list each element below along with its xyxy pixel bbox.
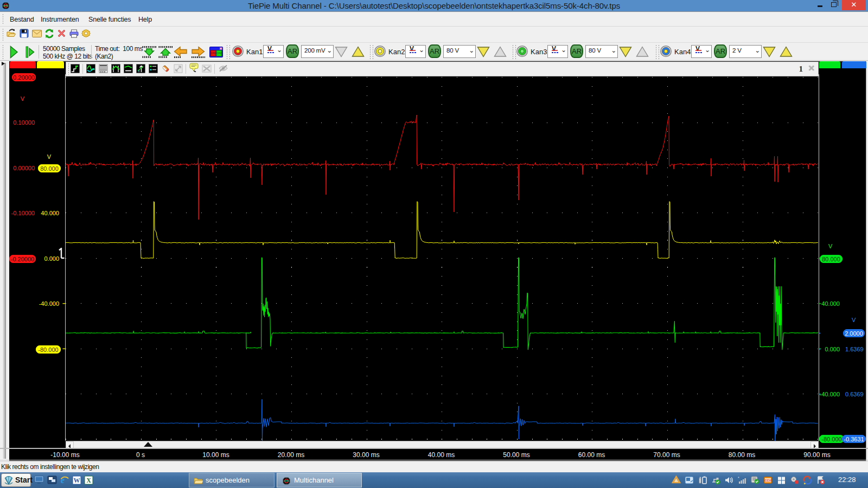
svg-text:*: * <box>738 476 739 480</box>
svg-text:CH1: CH1 <box>210 52 215 55</box>
svg-text:W: W <box>74 477 80 484</box>
svg-text:CCU: CCU <box>765 479 771 482</box>
svg-text:X: X <box>86 477 91 484</box>
svg-text:CH2: CH2 <box>216 52 221 55</box>
